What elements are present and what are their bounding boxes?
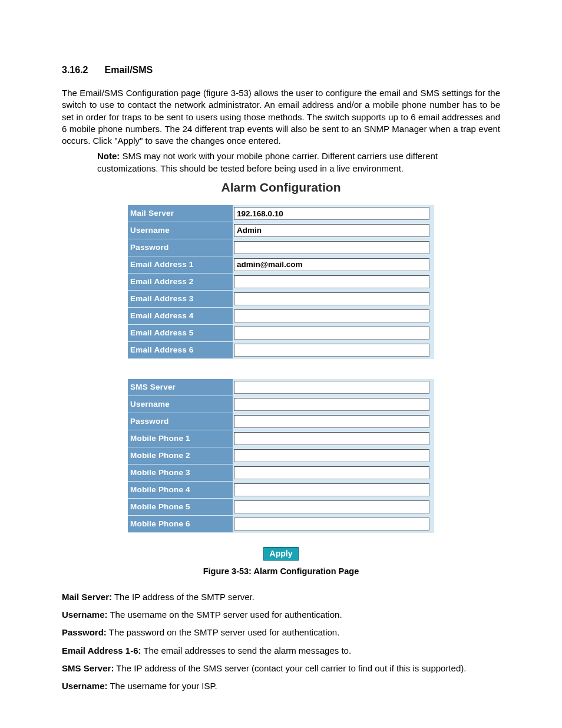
figure-alarm-config: Alarm Configuration Mail Server Username… bbox=[128, 180, 434, 561]
def-term: Password: bbox=[62, 627, 107, 637]
table-row: Email Address 4 bbox=[128, 307, 434, 324]
table-row: Username bbox=[128, 396, 434, 413]
label-username: Username bbox=[128, 222, 233, 239]
table-row: Email Address 5 bbox=[128, 324, 434, 341]
table-row: Mobile Phone 4 bbox=[128, 481, 434, 498]
table-row: Email Address 6 bbox=[128, 341, 434, 358]
label-phone-1: Mobile Phone 1 bbox=[128, 430, 233, 447]
label-email-1: Email Address 1 bbox=[128, 256, 233, 273]
input-sms-server[interactable] bbox=[234, 381, 429, 394]
label-password: Password bbox=[128, 239, 233, 256]
note-text: SMS may not work with your mobile phone … bbox=[97, 151, 438, 173]
input-mail-server[interactable] bbox=[234, 207, 429, 220]
def-term: SMS Server: bbox=[62, 663, 114, 673]
table-row: Email Address 2 bbox=[128, 273, 434, 290]
table-row: Mobile Phone 3 bbox=[128, 464, 434, 481]
table-row: Mobile Phone 2 bbox=[128, 447, 434, 464]
label-sms-username: Username bbox=[128, 396, 233, 413]
input-phone-2[interactable] bbox=[234, 449, 429, 462]
table-row: Mobile Phone 6 bbox=[128, 515, 434, 532]
apply-button[interactable]: Apply bbox=[263, 547, 299, 561]
def-desc: The IP address of the SMS server (contac… bbox=[114, 663, 466, 673]
table-row: Email Address 1 bbox=[128, 256, 434, 273]
label-phone-5: Mobile Phone 5 bbox=[128, 498, 233, 515]
label-phone-4: Mobile Phone 4 bbox=[128, 481, 233, 498]
input-phone-4[interactable] bbox=[234, 483, 429, 496]
section-number: 3.16.2 bbox=[62, 65, 88, 75]
label-phone-2: Mobile Phone 2 bbox=[128, 447, 233, 464]
label-email-3: Email Address 3 bbox=[128, 290, 233, 307]
input-password[interactable] bbox=[234, 241, 429, 254]
input-phone-1[interactable] bbox=[234, 432, 429, 445]
label-email-2: Email Address 2 bbox=[128, 273, 233, 290]
table-row: Password bbox=[128, 413, 434, 430]
table-row: Username bbox=[128, 222, 434, 239]
label-phone-6: Mobile Phone 6 bbox=[128, 515, 233, 532]
table-row: Mobile Phone 1 bbox=[128, 430, 434, 447]
input-phone-6[interactable] bbox=[234, 518, 429, 531]
label-phone-3: Mobile Phone 3 bbox=[128, 464, 233, 481]
def-term: Mail Server: bbox=[62, 592, 112, 602]
input-email-3[interactable] bbox=[234, 292, 429, 305]
email-config-table: Mail Server Username Password Email Addr… bbox=[128, 205, 434, 359]
label-mail-server: Mail Server bbox=[128, 205, 233, 222]
def-term: Email Address 1-6: bbox=[62, 645, 141, 655]
table-row: Email Address 3 bbox=[128, 290, 434, 307]
label-email-6: Email Address 6 bbox=[128, 341, 233, 358]
alarm-config-heading: Alarm Configuration bbox=[128, 180, 434, 195]
table-row: SMS Server bbox=[128, 379, 434, 396]
label-email-5: Email Address 5 bbox=[128, 324, 233, 341]
intro-paragraph: The Email/SMS Configuration page (figure… bbox=[62, 87, 500, 147]
input-sms-password[interactable] bbox=[234, 415, 429, 428]
input-phone-3[interactable] bbox=[234, 466, 429, 479]
figure-caption: Figure 3-53: Alarm Configuration Page bbox=[62, 566, 500, 576]
table-row: Password bbox=[128, 239, 434, 256]
section-heading: 3.16.2Email/SMS bbox=[62, 65, 500, 75]
label-sms-password: Password bbox=[128, 413, 233, 430]
input-email-5[interactable] bbox=[234, 327, 429, 340]
input-sms-username[interactable] bbox=[234, 398, 429, 411]
def-term: Username: bbox=[62, 681, 108, 691]
note-block: Note: SMS may not work with your mobile … bbox=[97, 150, 465, 174]
sms-config-table: SMS Server Username Password Mobile Phon… bbox=[128, 379, 434, 533]
def-desc: The IP address of the SMTP server. bbox=[112, 592, 254, 602]
input-username[interactable] bbox=[234, 224, 429, 237]
def-desc: The password on the SMTP server used for… bbox=[107, 627, 340, 637]
def-desc: The username on the SMTP server used for… bbox=[108, 610, 342, 620]
table-row: Mobile Phone 5 bbox=[128, 498, 434, 515]
definitions-block: Mail Server: The IP address of the SMTP … bbox=[62, 591, 500, 693]
input-email-1[interactable] bbox=[234, 258, 429, 271]
label-sms-server: SMS Server bbox=[128, 379, 233, 396]
input-phone-5[interactable] bbox=[234, 500, 429, 513]
table-row: Mail Server bbox=[128, 205, 434, 222]
input-email-2[interactable] bbox=[234, 275, 429, 288]
note-label: Note: bbox=[97, 151, 120, 161]
def-desc: The email addresses to send the alarm me… bbox=[141, 645, 352, 655]
def-term: Username: bbox=[62, 610, 108, 620]
def-desc: The username for your ISP. bbox=[108, 681, 217, 691]
section-title: Email/SMS bbox=[104, 65, 153, 75]
label-email-4: Email Address 4 bbox=[128, 307, 233, 324]
input-email-6[interactable] bbox=[234, 344, 429, 357]
input-email-4[interactable] bbox=[234, 309, 429, 322]
